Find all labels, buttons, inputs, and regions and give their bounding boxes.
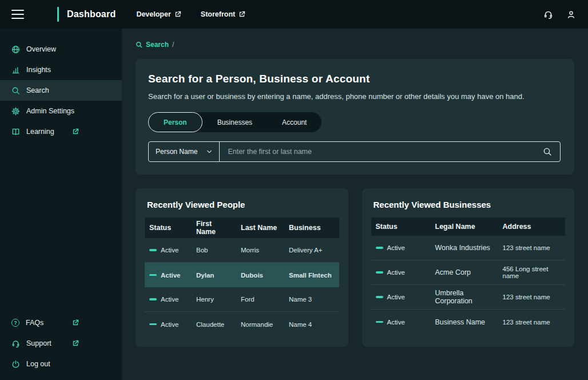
address-cell: 123 street name <box>498 316 566 328</box>
table-row[interactable]: Active Bob Morris Delivery A+ <box>145 238 339 263</box>
breadcrumb: Search / <box>136 41 574 49</box>
recently-viewed-row: Recently Viewed People Status First Name… <box>136 188 574 347</box>
tab-person[interactable]: Person <box>148 112 202 132</box>
active-status-icon <box>149 274 157 276</box>
last-name-cell: Morris <box>236 244 284 256</box>
sidebar-item-label: Search <box>26 86 49 94</box>
status-cell: Active <box>371 316 431 328</box>
status-cell: Active <box>145 319 192 330</box>
table-row[interactable]: Active Acme Corp 456 Long street name <box>371 260 566 285</box>
storefront-link[interactable]: Storefront <box>201 10 245 18</box>
search-type-tabs: Person Businesses Account <box>148 112 321 132</box>
app-title: Dashboard <box>67 9 116 19</box>
status-label: Active <box>387 244 405 251</box>
book-icon <box>11 128 20 136</box>
business-cell: Delivery A+ <box>284 244 339 256</box>
chevron-down-icon <box>206 149 212 155</box>
search-card-title: Search for a Person, Business or Account <box>148 73 561 85</box>
sidebar-item-label: Support <box>26 339 51 347</box>
question-icon: ? <box>11 319 19 327</box>
main-content: Search / Search for a Person, Business o… <box>122 29 588 380</box>
search-input-group: Person Name <box>148 141 561 162</box>
sidebar-item-overview[interactable]: Overview <box>0 39 122 60</box>
last-name-cell: Ford <box>236 294 284 305</box>
app-window: Dashboard Developer Storefront <box>0 0 588 380</box>
bar-chart-icon <box>11 66 20 74</box>
search-card: Search for a Person, Business or Account… <box>136 59 574 175</box>
table-row[interactable]: Active Henry Ford Name 3 <box>145 287 339 312</box>
first-name-cell: Dylan <box>192 270 236 281</box>
business-cell: Name 4 <box>284 319 339 330</box>
legal-name-cell: Wonka Industries <box>431 242 498 254</box>
sidebar-item-search[interactable]: Search <box>0 80 122 101</box>
table-row-selected[interactable]: Active Dylan Dubois Small FIntech <box>145 263 339 287</box>
sidebar-item-label: Insights <box>26 66 51 74</box>
column-header: Business <box>284 221 339 234</box>
headset-icon <box>11 339 20 348</box>
gear-icon <box>11 107 20 116</box>
table-row[interactable]: Active Claudette Normandie Name 4 <box>145 312 339 337</box>
sidebar-item-faqs[interactable]: ? FAQs <box>0 312 122 333</box>
search-icon <box>11 86 20 95</box>
external-link-icon <box>72 319 79 326</box>
search-icon <box>136 41 142 48</box>
user-account-icon[interactable] <box>565 9 577 20</box>
active-status-icon <box>149 323 157 326</box>
external-link-icon <box>72 128 79 135</box>
table-row[interactable]: Active Umbrella Corporation 123 street n… <box>371 285 566 310</box>
status-label: Active <box>161 321 178 328</box>
status-label: Active <box>387 319 405 326</box>
active-status-icon <box>376 247 383 249</box>
brand-accent-bar <box>57 7 59 22</box>
legal-name-cell: Acme Corp <box>431 266 498 279</box>
column-header: Address <box>498 220 566 233</box>
sidebar-item-label: FAQs <box>26 319 43 327</box>
column-header: Legal Name <box>431 220 498 233</box>
globe-icon <box>11 45 20 54</box>
external-link-icon <box>239 11 245 18</box>
table-row[interactable]: Active Wonka Industries 123 street name <box>371 236 566 260</box>
storefront-link-label: Storefront <box>201 10 235 18</box>
support-headset-icon[interactable] <box>542 9 554 20</box>
status-cell: Active <box>371 291 431 303</box>
external-link-icon <box>174 11 181 18</box>
people-card-title: Recently Viewed People <box>145 200 339 209</box>
sidebar-item-logout[interactable]: Log out <box>0 354 122 374</box>
power-icon <box>11 360 20 369</box>
search-submit-icon[interactable] <box>542 146 553 157</box>
address-cell: 123 street name <box>498 242 566 254</box>
active-status-icon <box>149 249 157 251</box>
last-name-cell: Normandie <box>236 319 284 330</box>
tab-account[interactable]: Account <box>267 112 321 132</box>
status-label: Active <box>161 296 178 303</box>
sidebar-item-insights[interactable]: Insights <box>0 60 122 80</box>
businesses-card-title: Recently Viewed Businesses <box>371 200 566 209</box>
sidebar-item-support[interactable]: Support <box>0 333 122 354</box>
active-status-icon <box>376 296 383 298</box>
external-link-icon <box>72 340 79 347</box>
topbar: Dashboard Developer Storefront <box>0 0 588 29</box>
table-row[interactable]: Active Business Name 123 street name <box>371 310 566 334</box>
developer-link[interactable]: Developer <box>136 10 181 18</box>
field-selector-dropdown[interactable]: Person Name <box>149 142 220 161</box>
hamburger-menu-icon[interactable] <box>11 10 24 19</box>
column-header: First Name <box>192 217 236 238</box>
topbar-links: Developer Storefront <box>136 10 245 18</box>
sidebar-item-admin-settings[interactable]: Admin Settings <box>0 101 122 121</box>
tab-businesses[interactable]: Businesses <box>202 112 267 132</box>
column-header: Status <box>145 221 192 234</box>
first-name-cell: Bob <box>192 244 236 256</box>
breadcrumb-separator: / <box>172 41 174 49</box>
search-card-subtitle: Search for a user or business by enterin… <box>148 92 561 101</box>
status-label: Active <box>161 247 178 254</box>
developer-link-label: Developer <box>136 10 170 18</box>
breadcrumb-search-link[interactable]: Search <box>146 41 169 49</box>
status-label: Active <box>387 269 405 276</box>
sidebar-item-label: Log out <box>26 360 50 368</box>
active-status-icon <box>376 271 383 274</box>
sidebar-item-learning[interactable]: Learning <box>0 121 122 142</box>
status-cell: Active <box>145 294 192 305</box>
first-name-cell: Claudette <box>192 319 236 330</box>
column-header: Last Name <box>236 221 284 234</box>
search-input[interactable] <box>220 142 542 161</box>
